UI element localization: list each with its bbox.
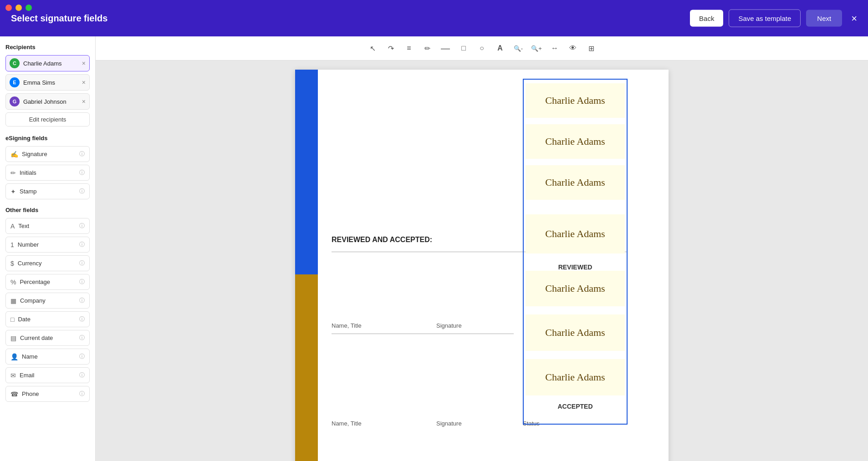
avatar-charlie: C: [10, 58, 20, 68]
stamp-field[interactable]: ✦ Stamp ⓘ: [5, 183, 90, 199]
company-info-icon[interactable]: ⓘ: [79, 297, 85, 304]
sig-box-3[interactable]: Charlie Adams: [526, 165, 625, 200]
sig-box-6[interactable]: Charlie Adams: [526, 314, 625, 351]
name-field[interactable]: 👤 Name ⓘ: [5, 349, 90, 365]
text-info-icon[interactable]: ⓘ: [79, 222, 85, 230]
signature-selection-overlay: Charlie Adams Charlie Adams Charlie Adam…: [523, 79, 628, 425]
minus-tool-button[interactable]: —: [437, 40, 454, 56]
back-button[interactable]: Back: [690, 10, 723, 27]
currency-info-icon[interactable]: ⓘ: [79, 259, 85, 267]
document-page: REVIEWED AND ACCEPTED: Name, Title Signa…: [295, 70, 669, 461]
recipient-name-charlie: Charlie Adams: [23, 60, 82, 67]
name-label: Name: [22, 353, 79, 360]
header-actions: Back Save as template Next ×: [690, 10, 857, 27]
remove-emma-button[interactable]: ×: [82, 79, 86, 86]
eye-tool-button[interactable]: 👁: [565, 40, 581, 56]
initials-field[interactable]: ✏ Initials ⓘ: [5, 165, 90, 181]
date-label: Date: [18, 316, 79, 323]
traffic-light-yellow[interactable]: [15, 5, 22, 11]
next-button[interactable]: Next: [806, 10, 842, 27]
number-field[interactable]: 1 Number ⓘ: [5, 237, 90, 253]
save-template-button[interactable]: Save as template: [729, 10, 801, 27]
email-label: Email: [20, 372, 79, 379]
recipient-name-emma: Emma Sims: [23, 79, 82, 86]
email-info-icon[interactable]: ⓘ: [79, 371, 85, 379]
date-icon: □: [10, 316, 14, 323]
date-info-icon[interactable]: ⓘ: [79, 315, 85, 323]
recipient-name-gabriel: Gabriel Johnson: [23, 98, 82, 105]
text-label: Text: [18, 223, 79, 229]
doc-name-title-2: Name, Title: [332, 420, 362, 427]
sig-text-2: Charlie Adams: [545, 136, 605, 147]
draw-tool-button[interactable]: ✏: [419, 40, 435, 56]
rect-tool-button[interactable]: □: [455, 40, 472, 56]
number-label: Number: [18, 241, 79, 248]
currency-icon: $: [10, 260, 14, 267]
list-tool-button[interactable]: ≡: [401, 40, 417, 56]
recipient-emma[interactable]: E Emma Sims ×: [5, 74, 90, 91]
redo-tool-button[interactable]: ↷: [383, 40, 399, 56]
sidebar: Recipients C Charlie Adams × E Emma Sims…: [0, 36, 96, 461]
grid-tool-button[interactable]: ⊞: [583, 40, 599, 56]
header: Select signature fields Back Save as tem…: [0, 0, 868, 36]
name-icon: 👤: [10, 353, 18, 360]
sig-box-5[interactable]: Charlie Adams: [526, 271, 625, 306]
phone-icon: ☎: [10, 390, 18, 398]
document-toolbar: ↖ ↷ ≡ ✏ — □ ○ A 🔍- 🔍+ ↔ 👁 ⊞: [96, 36, 868, 61]
sig-box-7[interactable]: Charlie Adams: [526, 359, 625, 395]
recipient-gabriel[interactable]: G Gabriel Johnson ×: [5, 93, 90, 110]
sig-text-4: Charlie Adams: [545, 228, 605, 240]
stamp-label: Stamp: [20, 188, 79, 195]
email-icon: ✉: [10, 372, 16, 379]
signature-field[interactable]: ✍ Signature ⓘ: [5, 146, 90, 162]
percentage-field[interactable]: % Percentage ⓘ: [5, 274, 90, 290]
fit-tool-button[interactable]: ↔: [546, 40, 563, 56]
current-date-field[interactable]: ▤ Current date ⓘ: [5, 330, 90, 346]
percentage-info-icon[interactable]: ⓘ: [79, 278, 85, 286]
recipient-charlie[interactable]: C Charlie Adams ×: [5, 55, 90, 71]
stamp-info-icon[interactable]: ⓘ: [79, 187, 85, 195]
signature-label: Signature: [22, 151, 79, 157]
sig-box-2[interactable]: Charlie Adams: [526, 124, 625, 159]
name-info-icon[interactable]: ⓘ: [79, 353, 85, 360]
avatar-gabriel: G: [10, 96, 20, 106]
signature-info-icon[interactable]: ⓘ: [79, 150, 85, 158]
traffic-light-red[interactable]: [5, 5, 12, 11]
current-date-icon: ▤: [10, 334, 16, 342]
signature-icon: ✍: [10, 151, 18, 158]
text-tool-button[interactable]: A: [492, 40, 508, 56]
stamp-icon: ✦: [10, 188, 16, 195]
phone-info-icon[interactable]: ⓘ: [79, 390, 85, 398]
esigning-fields-section: eSigning fields ✍ Signature ⓘ ✏ Initials…: [5, 135, 90, 199]
zoom-in-button[interactable]: 🔍+: [528, 40, 545, 56]
accepted-tag: ACCEPTED: [524, 400, 627, 413]
select-tool-button[interactable]: ↖: [364, 40, 381, 56]
sig-text-1: Charlie Adams: [545, 95, 605, 106]
remove-gabriel-button[interactable]: ×: [82, 98, 86, 105]
sig-box-1[interactable]: Charlie Adams: [526, 83, 625, 118]
initials-info-icon[interactable]: ⓘ: [79, 169, 85, 177]
text-field[interactable]: A Text ⓘ: [5, 218, 90, 234]
doc-side-blue: [295, 70, 318, 274]
close-button[interactable]: ×: [851, 12, 857, 24]
phone-field[interactable]: ☎ Phone ⓘ: [5, 386, 90, 402]
initials-icon: ✏: [10, 169, 16, 177]
traffic-light-green[interactable]: [26, 5, 32, 11]
doc-signature-1: Signature: [436, 322, 462, 329]
remove-charlie-button[interactable]: ×: [82, 60, 86, 67]
text-icon: A: [10, 223, 15, 230]
currency-field[interactable]: $ Currency ⓘ: [5, 255, 90, 271]
edit-recipients-button[interactable]: Edit recipients: [5, 112, 90, 127]
date-field[interactable]: □ Date ⓘ: [5, 311, 90, 327]
email-field[interactable]: ✉ Email ⓘ: [5, 367, 90, 383]
number-info-icon[interactable]: ⓘ: [79, 241, 85, 248]
current-date-info-icon[interactable]: ⓘ: [79, 334, 85, 342]
circle-tool-button[interactable]: ○: [474, 40, 490, 56]
sig-box-4[interactable]: Charlie Adams: [526, 214, 625, 253]
traffic-lights: [5, 5, 32, 11]
company-field[interactable]: ▦ Company ⓘ: [5, 293, 90, 309]
doc-side-decoration: [295, 70, 318, 461]
zoom-out-button[interactable]: 🔍-: [510, 40, 526, 56]
doc-reviewed-text: REVIEWED AND ACCEPTED:: [332, 236, 432, 244]
percentage-label: Percentage: [20, 279, 79, 285]
